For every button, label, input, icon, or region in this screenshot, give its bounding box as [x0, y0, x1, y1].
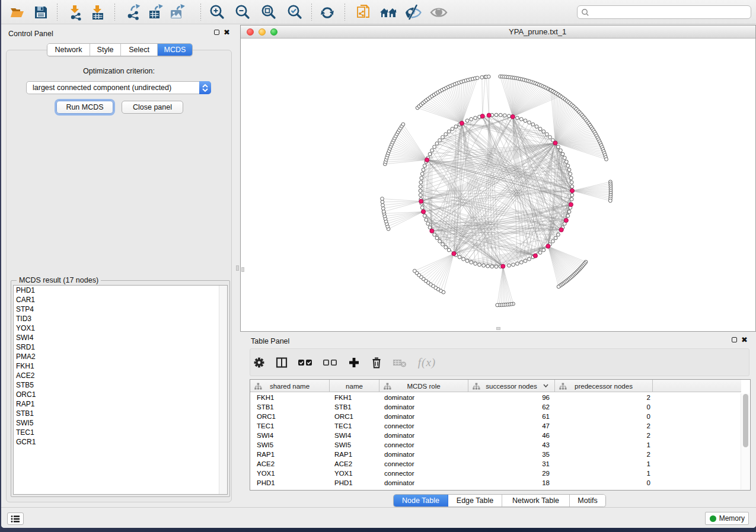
minimize-window-icon[interactable] — [259, 28, 266, 36]
open-file-button[interactable] — [8, 3, 27, 22]
mcds-result-item[interactable]: PMA2 — [14, 352, 227, 361]
table-settings-button[interactable] — [251, 355, 267, 370]
import-network-button[interactable] — [66, 3, 85, 22]
memory-button[interactable]: Memory — [705, 512, 749, 525]
export-table-button[interactable] — [146, 3, 165, 22]
column-header-name[interactable]: name — [330, 380, 379, 392]
zoom-out-button[interactable] — [233, 3, 252, 22]
mcds-result-item[interactable]: SWI4 — [14, 333, 227, 342]
add-row-button[interactable] — [346, 355, 362, 370]
cell-name: FKH1 — [330, 393, 379, 402]
float-table-panel-icon[interactable] — [732, 337, 737, 342]
network-titlebar[interactable]: YPA_prune.txt_1 — [241, 25, 755, 39]
import-table-button[interactable] — [88, 3, 107, 22]
canvas-grip-left[interactable] — [241, 267, 244, 272]
mcds-result-item[interactable]: SRD1 — [14, 342, 227, 352]
deselect-all-button[interactable] — [321, 355, 339, 370]
zoom-in-button[interactable] — [208, 3, 227, 22]
tab-node-table[interactable]: Node Table — [394, 495, 448, 507]
mcds-result-item[interactable]: PHD1 — [14, 286, 227, 295]
optimization-criterion-select[interactable]: largest connected component (undirected) — [26, 81, 211, 94]
cell-name: STB1 — [330, 402, 379, 412]
splitter-handle[interactable] — [236, 265, 239, 271]
mcds-result-item[interactable]: ORC1 — [14, 390, 227, 399]
delete-table-icon — [392, 356, 407, 369]
run-mcds-button[interactable]: Run MCDS — [56, 101, 113, 114]
column-header-predecessor-nodes[interactable]: predecessor nodes — [555, 380, 653, 392]
first-neighbors-button[interactable] — [379, 3, 398, 22]
mcds-result-item[interactable]: TEC1 — [14, 428, 227, 437]
hide-selected-button[interactable] — [404, 3, 423, 22]
export-image-button[interactable] — [167, 3, 186, 22]
tab-select[interactable]: Select — [121, 44, 158, 56]
table-scrollbar[interactable] — [741, 393, 749, 489]
status-bar: Memory — [1, 507, 756, 528]
export-network-button[interactable] — [124, 3, 143, 22]
mcds-result-item[interactable]: STB5 — [14, 380, 227, 390]
save-session-button[interactable] — [31, 3, 50, 22]
cell-shared-name: ACE2 — [250, 459, 330, 469]
table-row[interactable]: YOX1YOX1connector291 — [250, 469, 741, 478]
mcds-result-item[interactable]: CAR1 — [14, 295, 227, 305]
mcds-result-item[interactable]: GCR1 — [14, 437, 227, 447]
column-header-successor-nodes[interactable]: successor nodes — [468, 380, 555, 392]
mcds-result-list[interactable]: PHD1CAR1STP4TID3YOX1SWI4SRD1PMA2FKH1ACE2… — [13, 285, 228, 495]
close-window-icon[interactable] — [247, 28, 254, 36]
tab-mcds[interactable]: MCDS — [158, 44, 192, 56]
duplicate-network-button[interactable] — [354, 3, 373, 22]
network-canvas[interactable] — [241, 39, 755, 331]
show-all-button[interactable] — [429, 3, 448, 22]
delete-table-button[interactable] — [391, 355, 408, 370]
tab-edge-table[interactable]: Edge Table — [448, 495, 502, 507]
mcds-result-item[interactable]: TID3 — [14, 314, 227, 323]
table-row[interactable]: SWI5SWI5connector431 — [250, 440, 741, 450]
search-input[interactable] — [592, 8, 751, 17]
mcds-result-item[interactable]: ACE2 — [14, 371, 227, 380]
cell-MCDS-role: dominator — [379, 412, 468, 421]
cell-MCDS-role: connector — [379, 440, 468, 450]
tab-network-table[interactable]: Network Table — [502, 495, 570, 507]
table-scrollbar-thumb[interactable] — [743, 394, 748, 447]
close-panel-button[interactable]: Close panel — [122, 101, 183, 114]
select-stepper-icon — [199, 81, 211, 94]
column-header-shared-name[interactable]: shared name — [250, 380, 330, 392]
mcds-result-item[interactable]: FKH1 — [14, 361, 227, 371]
mcds-result-item[interactable]: YOX1 — [14, 323, 227, 333]
table-row[interactable]: FKH1FKH1dominator962 — [250, 393, 741, 402]
tab-network[interactable]: Network — [47, 44, 90, 56]
delete-row-button[interactable] — [369, 355, 384, 370]
column-header-MCDS-role[interactable]: MCDS role — [379, 380, 468, 392]
mcds-list-scrollbar[interactable] — [219, 286, 227, 494]
close-panel-icon[interactable]: ✖ — [224, 30, 230, 35]
task-history-button[interactable] — [7, 512, 24, 525]
search-field[interactable] — [577, 5, 751, 19]
mcds-result-item[interactable]: STP4 — [14, 305, 227, 314]
table-row[interactable]: RAP1RAP1dominator352 — [250, 450, 741, 459]
mcds-result-item[interactable]: STB1 — [14, 409, 227, 418]
table-row[interactable]: ACE2ACE2connector311 — [250, 459, 741, 469]
mcds-result-item[interactable]: SWI5 — [14, 418, 227, 428]
table-row[interactable]: TEC1TEC1connector472 — [250, 421, 741, 431]
zoom-selected-button[interactable] — [285, 3, 304, 22]
task-list-icon — [11, 515, 20, 523]
tab-motifs[interactable]: Motifs — [570, 495, 605, 507]
app-window: Control Panel ✖ Optimization criterion: … — [1, 0, 756, 528]
tab-style[interactable]: Style — [90, 44, 121, 56]
table-row[interactable]: SWI4SWI4dominator462 — [250, 431, 741, 440]
maximize-window-icon[interactable] — [270, 28, 277, 36]
close-table-panel-icon[interactable]: ✖ — [741, 337, 748, 342]
table-row[interactable]: PHD1PHD1dominator180 — [250, 478, 741, 488]
float-panel-icon[interactable] — [214, 30, 219, 35]
table-row[interactable]: ORC1ORC1dominator610 — [250, 412, 741, 421]
vertical-splitter[interactable] — [235, 25, 240, 507]
function-builder-button[interactable]: f(x) — [415, 355, 439, 370]
cell-predecessor-nodes: 0 — [555, 478, 653, 488]
select-all-button[interactable] — [296, 355, 314, 370]
show-columns-button[interactable] — [274, 355, 289, 370]
canvas-grip-bottom[interactable] — [496, 327, 500, 330]
column-label: predecessor nodes — [575, 383, 633, 390]
zoom-fit-button[interactable] — [259, 3, 278, 22]
table-row[interactable]: STB1STB1dominator620 — [250, 402, 741, 412]
mcds-result-item[interactable]: RAP1 — [14, 399, 227, 409]
refresh-button[interactable] — [318, 3, 337, 22]
